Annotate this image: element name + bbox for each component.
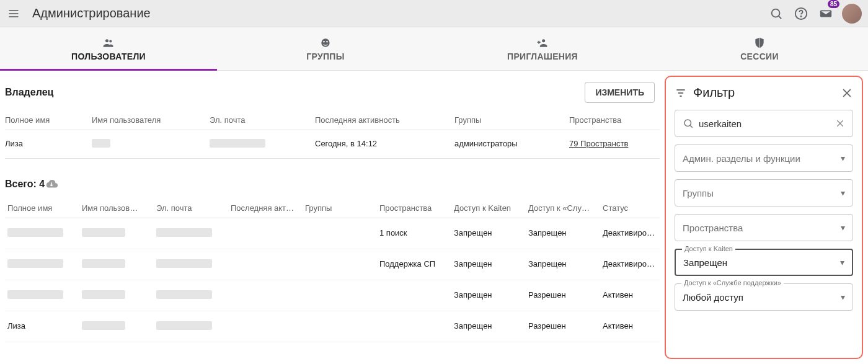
col-spaces: Пространства xyxy=(569,110,660,130)
owner-spaces[interactable]: 79 Пространств xyxy=(569,130,660,158)
cell-email xyxy=(154,280,228,311)
tab-sessions[interactable]: СЕССИИ xyxy=(651,27,868,70)
cell-status: Деактивиров… xyxy=(600,218,660,249)
people-icon xyxy=(102,37,115,49)
col-support-access[interactable]: Доступ к «Слу… xyxy=(526,198,600,218)
cell-last-activity xyxy=(228,249,303,280)
filter-spaces[interactable]: Пространства ▾ xyxy=(675,214,853,241)
cell-spaces xyxy=(377,280,451,311)
content: Владелец ИЗМЕНИТЬ Полное имя Имя пользов… xyxy=(0,71,660,364)
filter-kaiten-access-value: Запрещен xyxy=(683,257,840,268)
chevron-down-icon: ▾ xyxy=(841,292,845,302)
filter-support-access-float-label: Доступ к «Службе поддержки» xyxy=(681,279,784,286)
close-icon[interactable] xyxy=(841,87,853,99)
search-icon[interactable] xyxy=(764,1,789,26)
filter-kaiten-access-float-label: Доступ к Kaiten xyxy=(682,245,735,252)
col-username[interactable]: Имя пользов… xyxy=(79,198,154,218)
cell-email xyxy=(154,249,228,280)
filter-kaiten-access[interactable]: Доступ к Kaiten Запрещен ▾ xyxy=(675,249,853,276)
col-groups: Группы xyxy=(454,110,569,130)
cell-groups xyxy=(303,249,377,280)
owner-section-title: Владелец xyxy=(5,87,53,98)
tab-groups[interactable]: ГРУППЫ xyxy=(217,27,434,70)
cell-groups xyxy=(303,311,377,342)
filter-admin-sections-label: Админ. разделы и функции xyxy=(683,153,841,164)
cell-support-access: Запрещен xyxy=(526,218,600,249)
filter-icon xyxy=(675,87,687,99)
chevron-down-icon: ▾ xyxy=(841,223,845,233)
cell-spaces: 1 поиск xyxy=(377,218,451,249)
users-table: Полное имя Имя пользов… Эл. почта Послед… xyxy=(5,198,660,342)
tab-label: ПРИГЛАШЕНИЯ xyxy=(507,51,578,61)
filter-groups[interactable]: Группы ▾ xyxy=(675,179,853,206)
filter-panel: Фильтр Админ. разделы и функции ▾ Группы… xyxy=(665,76,863,359)
chevron-down-icon: ▾ xyxy=(841,188,845,198)
cell-status: Активен xyxy=(600,311,660,342)
svg-point-6 xyxy=(800,16,801,17)
tab-invites[interactable]: ПРИГЛАШЕНИЯ xyxy=(434,27,651,70)
owner-table: Полное имя Имя пользователя Эл. почта По… xyxy=(5,110,660,159)
filter-search-input[interactable] xyxy=(699,118,835,129)
cell-email xyxy=(154,311,228,342)
col-last-activity[interactable]: Последняя акт… xyxy=(228,198,303,218)
filter-groups-label: Группы xyxy=(683,188,841,198)
svg-point-7 xyxy=(105,39,108,42)
col-spaces[interactable]: Пространства xyxy=(377,198,451,218)
cell-kaiten-access: Запрещен xyxy=(451,249,526,280)
cell-username xyxy=(79,280,154,311)
cell-support-access: Разрешен xyxy=(526,311,600,342)
shield-icon xyxy=(753,37,766,49)
col-email[interactable]: Эл. почта xyxy=(154,198,228,218)
cell-status: Деактивиров… xyxy=(600,249,660,280)
svg-point-18 xyxy=(684,120,691,127)
owner-email xyxy=(210,130,315,158)
change-owner-button[interactable]: ИЗМЕНИТЬ xyxy=(585,82,655,103)
filter-title: Фильтр xyxy=(693,86,835,100)
col-kaiten-access[interactable]: Доступ к Kaiten xyxy=(451,198,526,218)
cloud-download-icon[interactable] xyxy=(45,177,58,191)
filter-admin-sections[interactable]: Админ. разделы и функции ▾ xyxy=(675,144,853,172)
col-groups[interactable]: Группы xyxy=(303,198,377,218)
tab-label: ГРУППЫ xyxy=(306,51,344,61)
cell-kaiten-access: Запрещен xyxy=(451,218,526,249)
cell-spaces xyxy=(377,311,451,342)
users-total-label: Всего: 4 xyxy=(5,179,45,190)
cell-kaiten-access: Запрещен xyxy=(451,280,526,311)
help-icon[interactable] xyxy=(789,1,813,26)
cell-spaces: Поддержка СП xyxy=(377,249,451,280)
clear-icon[interactable] xyxy=(835,118,845,128)
col-last-activity: Последняя активность xyxy=(315,110,454,130)
avatar[interactable] xyxy=(842,4,862,24)
svg-line-19 xyxy=(690,125,692,127)
cell-last-activity xyxy=(228,280,303,311)
cell-support-access: Разрешен xyxy=(526,280,600,311)
tab-label: СЕССИИ xyxy=(740,51,779,61)
col-status[interactable]: Статус xyxy=(600,198,660,218)
svg-point-12 xyxy=(542,39,545,42)
cell-username xyxy=(79,249,154,280)
col-username: Имя пользователя xyxy=(92,110,210,130)
cell-full-name xyxy=(5,280,79,311)
svg-point-10 xyxy=(323,41,325,43)
cell-full-name: Лиза xyxy=(5,311,79,342)
mail-badge: 85 xyxy=(828,0,839,8)
svg-point-11 xyxy=(326,41,328,43)
tabs: ПОЛЬЗОВАТЕЛИ ГРУППЫ ПРИГЛАШЕНИЯ СЕССИИ xyxy=(0,27,868,71)
mail-icon[interactable]: 85 xyxy=(813,1,838,26)
tab-users[interactable]: ПОЛЬЗОВАТЕЛИ xyxy=(0,27,217,70)
cell-last-activity xyxy=(228,311,303,342)
cell-support-access: Запрещен xyxy=(526,249,600,280)
page-title: Администрирование xyxy=(32,6,151,20)
cell-username xyxy=(79,311,154,342)
cell-groups xyxy=(303,218,377,249)
svg-point-3 xyxy=(772,9,780,17)
col-full-name[interactable]: Полное имя xyxy=(5,198,79,218)
col-full-name: Полное имя xyxy=(5,110,92,130)
svg-point-8 xyxy=(109,40,112,42)
menu-icon[interactable] xyxy=(6,6,21,21)
cell-full-name xyxy=(5,249,79,280)
cell-email xyxy=(154,218,228,249)
filter-support-access[interactable]: Доступ к «Службе поддержки» Любой доступ… xyxy=(675,283,853,311)
app-header: Администрирование 85 xyxy=(0,0,868,27)
filter-search-field[interactable] xyxy=(675,110,853,137)
